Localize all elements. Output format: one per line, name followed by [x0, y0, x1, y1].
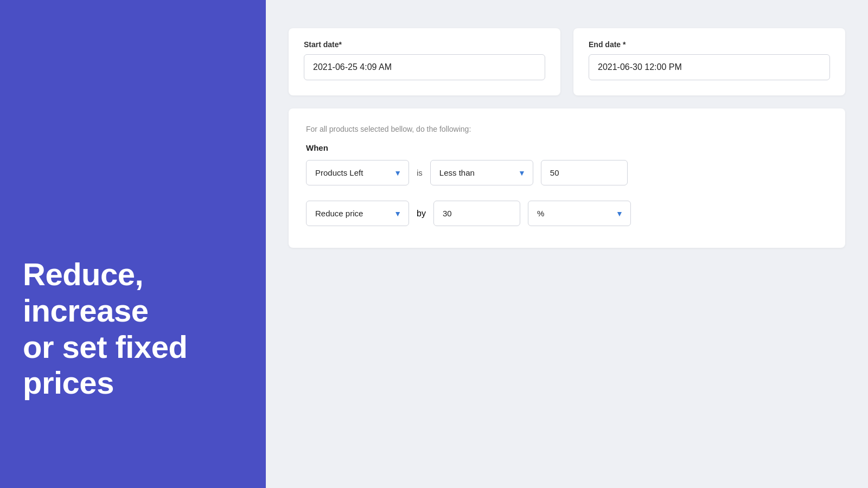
when-condition-row: Products Left ▼ is Less than ▼ [306, 160, 828, 185]
condition-card: For all products selected bellow, do the… [289, 108, 845, 248]
start-date-label: Start date* [304, 40, 545, 49]
date-row: Start date* End date * [289, 28, 845, 95]
right-panel: Start date* End date * For all products … [266, 0, 868, 488]
when-label: When [306, 143, 828, 152]
is-text: is [417, 168, 423, 177]
by-text: by [417, 209, 426, 219]
less-than-select[interactable]: Less than [430, 160, 533, 185]
end-date-label: End date * [589, 40, 830, 49]
products-left-select[interactable]: Products Left [306, 160, 409, 185]
unit-wrapper: % ▼ [528, 201, 631, 226]
products-left-wrapper: Products Left ▼ [306, 160, 409, 185]
reduce-price-wrapper: Reduce price ▼ [306, 201, 409, 226]
left-panel: Reduce, increase or set fixed prices [0, 0, 266, 488]
start-date-input[interactable] [304, 54, 545, 80]
end-date-card: End date * [573, 28, 845, 95]
reduce-price-select[interactable]: Reduce price [306, 201, 409, 226]
headline: Reduce, increase or set fixed prices [23, 256, 187, 401]
unit-select[interactable]: % [528, 201, 631, 226]
start-date-card: Start date* [289, 28, 560, 95]
condition-description: For all products selected bellow, do the… [306, 125, 828, 133]
action-row: Reduce price ▼ by % ▼ [306, 201, 828, 226]
end-date-input[interactable] [589, 54, 830, 80]
by-value-input[interactable] [433, 201, 520, 226]
threshold-input[interactable] [541, 160, 628, 185]
less-than-wrapper: Less than ▼ [430, 160, 533, 185]
